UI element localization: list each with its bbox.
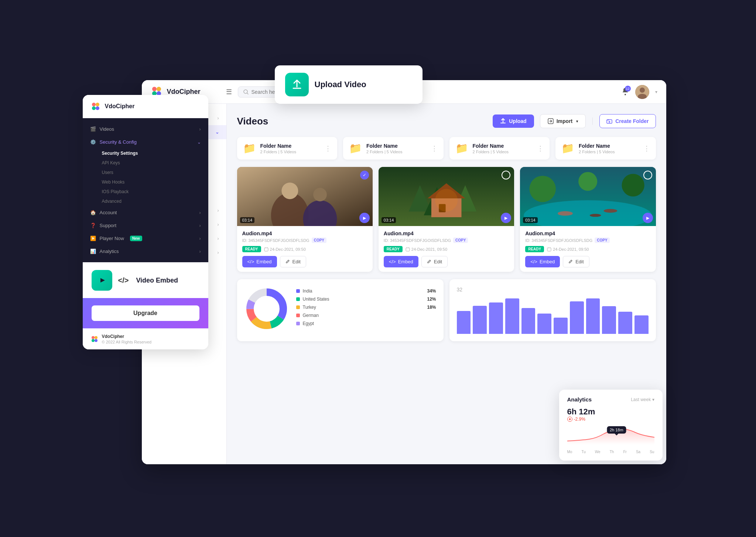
analytics-change-value: -2.9%	[574, 417, 585, 422]
bar-4	[521, 308, 536, 334]
analytics-period-selector[interactable]: Last week ▾	[631, 397, 654, 402]
sp-security-chevron: ⌄	[197, 140, 201, 145]
svg-point-1	[96, 103, 99, 106]
svg-point-48	[590, 214, 601, 217]
avatar-image	[635, 85, 649, 99]
week-label-sa: Sa	[636, 450, 640, 454]
legend-label-us: United States	[303, 297, 329, 302]
sp-player-item[interactable]: ▶️ Player Now New ›	[83, 232, 208, 245]
legend-egypt: Egypt	[296, 321, 436, 326]
create-folder-btn-label: Create Folder	[615, 118, 649, 124]
hamburger-icon[interactable]: ☰	[226, 88, 232, 96]
sp-account-label: Account	[100, 210, 117, 215]
upload-modal-title: Upload Video	[315, 80, 366, 89]
video-name-1: Audion.mp4	[384, 230, 509, 236]
copy-id-btn-1[interactable]: COPY	[453, 237, 468, 243]
video-actions-1: </> Embed Edit	[384, 256, 509, 267]
legend-dot-egypt	[296, 322, 300, 325]
copy-id-btn-2[interactable]: COPY	[595, 237, 609, 243]
upgrade-button[interactable]: Upgrade	[92, 305, 199, 321]
embed-btn-2[interactable]: </> Embed	[525, 256, 560, 267]
sp-security-item[interactable]: ⚙️ Security & Config ⌄	[83, 136, 208, 148]
svg-point-6	[92, 336, 95, 339]
legend-label-egypt: Egypt	[303, 321, 314, 326]
sp-analytics-item[interactable]: 📊 Analytics ›	[83, 245, 208, 258]
legend-label-india: India	[303, 288, 312, 294]
player-chevron-icon: ›	[218, 236, 219, 241]
floating-sidebar-header: VdoCipher	[83, 95, 208, 118]
legend-pct-turkey: 18%	[427, 305, 436, 310]
folder-dots-0[interactable]: ⋮	[325, 144, 331, 153]
folder-dots-3[interactable]: ⋮	[643, 144, 650, 153]
video-select-circle-1	[502, 171, 510, 179]
sp-security-label: Security & Config	[100, 139, 137, 145]
sp-advanced-item[interactable]: Advanced	[90, 196, 208, 206]
sp-ios-item[interactable]: IOS Playback	[90, 187, 208, 196]
bar-6	[554, 318, 568, 334]
folder-icon-2: 📁	[455, 142, 468, 154]
video-thumbnail-1: 03:14 ▶	[379, 167, 514, 226]
video-embed-title: Video Embed	[136, 277, 178, 284]
notification-bell[interactable]: 12	[621, 87, 629, 97]
ready-badge-1: READY	[384, 246, 403, 252]
video-card-0: ✓ 03:14 ▶ Audion.mp4 ID: 345345FSDFSDFJG…	[237, 167, 373, 272]
svg-point-44	[622, 174, 644, 196]
sp-account-item[interactable]: 🏠 Account ›	[83, 206, 208, 219]
folder-card-0[interactable]: 📁 Folder Name 2 Folders | 5 Videos ⋮	[237, 137, 338, 160]
legend-dot-india	[296, 289, 300, 293]
video-play-btn-0[interactable]: ▶	[359, 213, 370, 223]
sp-footer: VdoCipher © 2022 All Rights Reserved	[83, 328, 208, 349]
import-button[interactable]: Import ▾	[540, 114, 586, 128]
embed-btn-0[interactable]: </> Embed	[242, 256, 277, 267]
edit-btn-2[interactable]: Edit	[563, 256, 589, 267]
user-chevron-icon[interactable]: ▾	[655, 89, 657, 95]
folder-dots-2[interactable]: ⋮	[537, 144, 544, 153]
embed-btn-1[interactable]: </> Embed	[384, 256, 418, 267]
video-play-btn-2[interactable]: ▶	[643, 213, 653, 223]
upload-btn-icon	[500, 118, 506, 124]
user-avatar[interactable]	[635, 85, 649, 99]
sp-footer-copyright: © 2022 All Rights Reserved	[102, 340, 152, 344]
sp-security-settings-item[interactable]: Security Settings	[90, 148, 208, 158]
bar-7	[570, 301, 584, 334]
embed-code-icon-2: </>	[530, 259, 537, 264]
svg-rect-27	[264, 248, 268, 251]
account-chevron-icon: ›	[218, 208, 219, 213]
sp-analytics-chevron: ›	[199, 249, 201, 254]
upload-button[interactable]: Upload	[493, 114, 534, 128]
folder-card-3[interactable]: 📁 Folder Name 2 Folders | 5 Videos ⋮	[555, 137, 656, 160]
folder-card-2[interactable]: 📁 Folder Name 2 Folders | 5 Videos ⋮	[449, 137, 550, 160]
edit-btn-0[interactable]: Edit	[280, 256, 306, 267]
video-play-btn-1[interactable]: ▶	[501, 213, 511, 223]
svg-marker-5	[100, 278, 105, 283]
svg-point-58	[254, 296, 279, 321]
sp-support-item[interactable]: ❓ Support ›	[83, 219, 208, 232]
bar-1	[473, 306, 487, 334]
sp-api-keys-item[interactable]: API Keys	[90, 158, 208, 168]
copy-id-btn-0[interactable]: COPY	[312, 237, 326, 243]
svg-point-11	[157, 87, 161, 91]
sp-videos-item[interactable]: 🎬 Videos ›	[83, 123, 208, 136]
main-logo-text: VdoCipher	[167, 88, 201, 96]
folder-icon-3: 📁	[561, 142, 574, 154]
svg-point-2	[92, 106, 96, 110]
legend-us: United States 12%	[296, 297, 436, 302]
folder-name-0: Folder Name	[260, 143, 321, 149]
edit-btn-1[interactable]: Edit	[421, 256, 448, 267]
thumb-scene-1	[379, 167, 514, 226]
folder-dots-1[interactable]: ⋮	[431, 144, 438, 153]
sp-support-label: Support	[100, 223, 117, 228]
sp-webhooks-item[interactable]: Web Hooks	[90, 177, 208, 187]
svg-point-0	[92, 103, 96, 106]
legend-dot-us	[296, 297, 300, 301]
svg-point-16	[625, 94, 626, 95]
video-id-text-1: ID: 345345FSDFSDFJGOISDFLSDG	[384, 238, 451, 243]
folder-info-0: Folder Name 2 Folders | 5 Videos	[260, 143, 321, 154]
video-date-2: 24-Dec-2021, 09:50	[547, 247, 589, 252]
floating-logo-icon	[90, 101, 101, 112]
sp-users-item[interactable]: Users	[90, 168, 208, 177]
svg-point-45	[578, 172, 597, 191]
svg-line-15	[247, 93, 248, 94]
folder-card-1[interactable]: 📁 Folder Name 2 Folders | 5 Videos ⋮	[343, 137, 444, 160]
create-folder-button[interactable]: Create Folder	[599, 114, 656, 128]
